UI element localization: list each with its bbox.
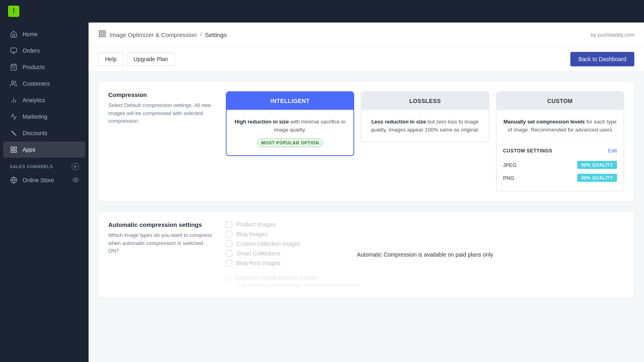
compression-options-area: INTELLIGENT High reduction in size with … [226,91,624,191]
discounts-icon [10,129,18,137]
edit-custom-settings-link[interactable]: Edit [608,148,617,154]
svg-rect-13 [14,150,17,152]
sidebar-item-online-store-label: Online Store [23,177,54,183]
blog-images-checkbox[interactable] [226,231,232,237]
lossless-bold: Less reduction in size [372,119,426,125]
sidebar-item-customers[interactable]: Customers [3,76,85,92]
sales-channels-header: SALES CHANNELS + [3,158,85,172]
action-buttons: Help Upgrade Plan [98,52,175,66]
svg-rect-0 [11,48,17,52]
sidebar-item-products[interactable]: Products [3,59,85,75]
custom-card[interactable]: CUSTOM Manually set compression levels f… [496,91,624,191]
compress-visible-checkbox[interactable] [226,275,231,280]
auto-compress-section: Automatic compression settings Which ima… [98,211,634,298]
sidebar-item-analytics[interactable]: Analytics [3,92,85,108]
svg-rect-20 [103,35,105,37]
auto-compress-desc-text: Which image types do you want to compres… [108,231,213,255]
custom-option[interactable]: CUSTOM Manually set compression levels f… [496,91,624,191]
blog-post-images-label: Blog Post Images [236,260,281,266]
product-images-checkbox[interactable] [226,221,232,228]
sidebar-item-customers-label: Customers [23,80,50,87]
svg-point-17 [75,179,76,181]
jpeg-quality-badge: 80% QUALITY [577,161,617,169]
orders-icon [10,47,18,55]
custom-collection-checkbox[interactable] [226,241,232,247]
auto-compress-layout: Automatic compression settings Which ima… [108,221,624,288]
breadcrumb-bar: Image Optimizer & Compression / Settings… [89,23,644,47]
breadcrumb-app-name: Image Optimizer & Compression [109,31,197,38]
settings-content: Compression Select Default compression s… [89,72,644,317]
intelligent-card-body: High reduction in size with minimal sacr… [227,110,353,155]
auto-compress-options-area: Product Images Blog Images Custom collec… [226,221,624,288]
custom-settings-title: CUSTOM SETTINGS [503,148,553,154]
home-icon [10,30,18,38]
intelligent-option[interactable]: INTELLIGENT High reduction in size with … [226,91,354,156]
intelligent-description: High reduction in size with minimal sacr… [233,118,347,134]
popular-badge: MOST POPULAR OPTION [257,138,323,147]
png-quality-badge: 80% QUALITY [577,174,617,182]
lossless-option[interactable]: LOSSLESS Less reduction in size but zero… [361,91,489,142]
auto-compress-description: Automatic compression settings Which ima… [108,221,213,288]
jpeg-quality-row: JPEG 80% QUALITY [503,158,617,171]
svg-rect-12 [14,147,17,149]
lossless-card-header: LOSSLESS [361,92,488,110]
sidebar-item-home-label: Home [23,31,37,37]
svg-point-4 [12,81,14,83]
lossless-description: Less reduction in size but zero loss to … [368,118,482,134]
sidebar-logo: ! [0,0,89,23]
compression-description: Compression Select Default compression s… [108,91,213,191]
main-content: Image Optimizer & Compression / Settings… [89,0,644,362]
custom-card-body: Manually set compression levels for each… [497,110,623,142]
intelligent-card[interactable]: INTELLIGENT High reduction in size with … [226,91,354,156]
sidebar-item-discounts[interactable]: Discounts [3,125,85,141]
add-sales-channel-button[interactable]: + [72,163,79,170]
custom-card-header: CUSTOM [497,92,623,110]
sidebar-item-products-label: Products [23,64,45,70]
back-to-dashboard-button[interactable]: Back to Dashboard [570,52,634,66]
content-area: Image Optimizer & Compression / Settings… [89,23,644,362]
by-text: by pushdaddy.com [591,32,634,38]
compression-title: Compression [108,91,213,98]
png-quality-row: PNG 80% QUALITY [503,171,617,184]
upgrade-plan-button[interactable]: Upgrade Plan [127,52,175,66]
smart-collections-label: Smart Collections [236,250,281,257]
intelligent-bold: High reduction in size [235,119,289,125]
blog-post-images-checkbox[interactable] [226,260,232,266]
compression-cards: INTELLIGENT High reduction in size with … [226,91,624,191]
blog-images-option: Blog Images [226,231,624,237]
auto-compress-overlay: Automatic Compression is available on pa… [347,247,503,263]
analytics-icon [10,96,18,104]
sidebar-item-apps[interactable]: Apps [3,142,85,158]
products-icon [10,63,18,71]
custom-collection-option: Custom collection images [226,241,624,247]
svg-rect-19 [103,31,105,33]
help-button[interactable]: Help [98,52,124,66]
sidebar-item-orders[interactable]: Orders [3,43,85,59]
product-images-option: Product Images [226,221,624,228]
product-images-label: Product Images [236,221,276,228]
lossless-card[interactable]: LOSSLESS Less reduction in size but zero… [361,91,489,142]
blog-images-label: Blog Images [236,231,268,237]
smart-collections-checkbox[interactable] [226,250,232,257]
svg-rect-18 [99,31,102,33]
online-store-eye-icon [72,177,79,184]
compression-section: Compression Select Default compression s… [98,81,634,202]
sidebar-navigation: Home Orders Products Customers [0,23,89,362]
svg-rect-14 [11,150,13,152]
sidebar-item-marketing[interactable]: Marketing [3,109,85,125]
sidebar-item-online-store[interactable]: Online Store [3,172,85,188]
logo-icon: ! [8,6,19,17]
intelligent-card-header: INTELLIGENT [227,92,353,110]
sidebar-item-orders-label: Orders [23,47,40,54]
compression-layout: Compression Select Default compression s… [108,91,624,191]
compress-visible-label: Compress visible product images [226,274,624,281]
sidebar-item-apps-label: Apps [23,146,35,153]
compress-visible-option: Compress visible product images Only com… [226,274,624,288]
customers-icon [10,80,18,88]
top-bar [89,0,644,23]
action-bar: Help Upgrade Plan Back to Dashboard [89,47,644,72]
custom-settings-header: CUSTOM SETTINGS Edit [503,148,617,154]
sidebar-item-analytics-label: Analytics [23,97,45,103]
auto-compress-options: Product Images Blog Images Custom collec… [226,221,624,288]
sidebar-item-home[interactable]: Home [3,26,85,42]
